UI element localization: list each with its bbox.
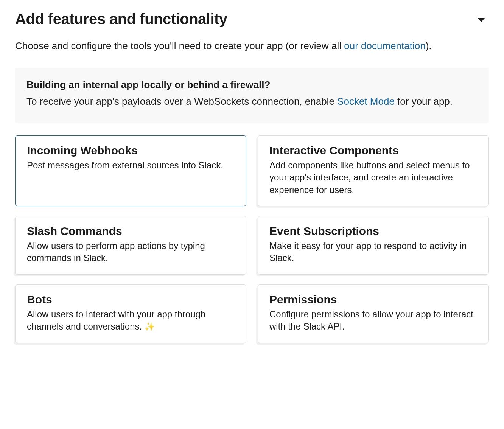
card-desc: Configure permissions to allow your app … bbox=[269, 308, 477, 333]
card-title: Event Subscriptions bbox=[269, 225, 477, 238]
info-text-before: To receive your app's payloads over a We… bbox=[26, 96, 337, 107]
intro-suffix: ). bbox=[426, 40, 432, 51]
feature-cards-grid: Incoming Webhooks Post messages from ext… bbox=[15, 135, 489, 343]
card-desc: Add components like buttons and select m… bbox=[269, 159, 477, 196]
card-title: Permissions bbox=[269, 293, 477, 306]
card-interactive-components[interactable]: Interactive Components Add components li… bbox=[258, 135, 489, 206]
intro-prefix: Choose and configure the tools you'll ne… bbox=[15, 40, 344, 51]
card-title: Slash Commands bbox=[27, 225, 235, 238]
collapse-toggle[interactable] bbox=[478, 17, 485, 24]
page-title: Add features and functionality bbox=[15, 11, 227, 28]
card-event-subscriptions[interactable]: Event Subscriptions Make it easy for you… bbox=[258, 216, 489, 275]
info-box-title: Building an internal app locally or behi… bbox=[26, 79, 478, 91]
card-title: Incoming Webhooks bbox=[27, 144, 235, 157]
card-desc: Make it easy for your app to respond to … bbox=[269, 240, 477, 264]
info-box-text: To receive your app's payloads over a We… bbox=[26, 94, 478, 110]
card-permissions[interactable]: Permissions Configure permissions to all… bbox=[258, 284, 489, 343]
card-desc: Post messages from external sources into… bbox=[27, 159, 235, 171]
caret-down-icon bbox=[478, 17, 485, 24]
sparkle-icon: ✨ bbox=[145, 322, 155, 331]
documentation-link[interactable]: our documentation bbox=[344, 40, 425, 51]
card-incoming-webhooks[interactable]: Incoming Webhooks Post messages from ext… bbox=[15, 135, 246, 206]
card-title: Interactive Components bbox=[269, 144, 477, 157]
card-slash-commands[interactable]: Slash Commands Allow users to perform ap… bbox=[15, 216, 246, 275]
socket-mode-info-box: Building an internal app locally or behi… bbox=[15, 68, 489, 123]
card-bots[interactable]: Bots Allow users to interact with your a… bbox=[15, 284, 246, 343]
card-desc: Allow users to perform app actions by ty… bbox=[27, 240, 235, 264]
card-title: Bots bbox=[27, 293, 235, 306]
socket-mode-link[interactable]: Socket Mode bbox=[337, 96, 395, 107]
card-desc: Allow users to interact with your app th… bbox=[27, 308, 235, 333]
card-desc-text: Allow users to interact with your app th… bbox=[27, 309, 205, 331]
info-text-after: for your app. bbox=[395, 96, 453, 107]
intro-text: Choose and configure the tools you'll ne… bbox=[15, 38, 489, 53]
